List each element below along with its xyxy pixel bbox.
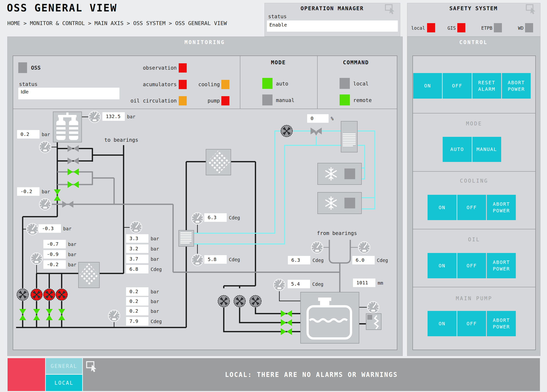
breadcrumb: HOME > MONITOR & CONTROL > MAIN AXIS > O… xyxy=(7,20,239,27)
value-acc-low: -0.2bar xyxy=(17,187,50,196)
value-oil-p1: 3.3bar xyxy=(126,234,159,243)
main-pump-on-button[interactable]: ON xyxy=(428,311,457,336)
value-acc-pressure: 132.5bar xyxy=(102,112,135,121)
command-label-local: local xyxy=(353,81,369,87)
command-label-remote: remote xyxy=(353,97,372,103)
value-ret-p1: 0.2bar xyxy=(126,287,159,296)
safety-indicator-wd xyxy=(525,23,533,32)
tab-local[interactable]: LOCAL xyxy=(46,375,82,391)
status-divider-1 xyxy=(240,56,240,109)
value-cool-supply-temp: 6.3Cdeg xyxy=(204,213,240,222)
control-oil-title: OIL xyxy=(412,237,536,243)
safety-label-etpb: ETPB xyxy=(479,25,492,31)
command-indicator-local xyxy=(340,78,350,89)
value-pump-p2: -0.9bar xyxy=(43,250,76,259)
oss-status-field: Idle xyxy=(18,88,119,99)
main-pump-abort-power-button[interactable]: ABORT POWER xyxy=(487,311,516,336)
indicator-acumulators xyxy=(179,80,187,89)
safety-indicator-local xyxy=(427,23,435,32)
reset-alarm-button[interactable]: RESET ALARM xyxy=(472,73,501,99)
value-ret-p2: 0.2bar xyxy=(126,297,159,306)
oss-label: OSS xyxy=(31,65,41,71)
indicator-cooling xyxy=(221,80,229,89)
control-cooling-buttons: ON OFF ABORT POWER xyxy=(428,195,516,220)
open-window-cursor-icon[interactable] xyxy=(385,4,396,15)
value-cool-return-temp: 5.8Cdeg xyxy=(204,255,240,264)
status-divider-2 xyxy=(317,56,318,109)
mode-label-manual: manual xyxy=(276,97,294,103)
value-acc-top: 0.2bar xyxy=(17,130,50,139)
control-power-buttons: ON OFF RESET ALARM ABORT POWER xyxy=(413,73,531,99)
value-cool-valve: 0% xyxy=(307,114,333,123)
value-tank-temp: 5.4Cdeg xyxy=(288,280,323,288)
on-button[interactable]: ON xyxy=(413,73,442,99)
indicator-label-pump: pump xyxy=(193,98,220,104)
cooling-off-button[interactable]: OFF xyxy=(457,195,486,220)
oss-general-view-screen: OSS GENERAL VIEW HOME > MONITOR & CONTRO… xyxy=(0,0,547,392)
mode-title: MODE xyxy=(254,59,303,65)
control-cooling-title: COOLING xyxy=(412,178,536,184)
control-mode-title: MODE xyxy=(412,121,536,127)
auto-button[interactable]: AUTO xyxy=(443,137,472,162)
to-bearings-label: to bearings xyxy=(104,137,138,143)
tab-general[interactable]: GENERAL xyxy=(46,358,82,374)
command-title: COMMAND xyxy=(332,59,380,65)
safety-indicator-etpb xyxy=(494,23,502,32)
control-title: CONTROL xyxy=(407,39,540,45)
monitoring-title: MONITORING xyxy=(7,39,402,45)
value-tank-level: 1011mm xyxy=(353,279,383,287)
control-oil-buttons: ON OFF ABORT POWER xyxy=(428,253,516,278)
from-bearings-label: from bearings xyxy=(317,230,357,236)
main-pump-off-button[interactable]: OFF xyxy=(457,311,486,336)
oil-off-button[interactable]: OFF xyxy=(457,253,486,278)
safety-indicator-gis xyxy=(457,23,465,32)
command-indicator-remote xyxy=(340,94,350,105)
indicator-oil-circulation xyxy=(179,96,187,105)
control-divider xyxy=(413,171,535,172)
manual-button[interactable]: MANUAL xyxy=(472,137,501,162)
om-status-label: status xyxy=(268,14,287,19)
indicator-label-cooling: cooling xyxy=(193,82,220,87)
control-divider xyxy=(413,287,535,287)
indicator-observation xyxy=(179,63,187,73)
oil-abort-power-button[interactable]: ABORT POWER xyxy=(487,253,516,278)
oss-status-label: status xyxy=(19,81,38,87)
cooling-on-button[interactable]: ON xyxy=(428,195,457,220)
status-divider-3 xyxy=(13,109,397,109)
value-bearing-t1: 6.3Cdeg xyxy=(288,256,324,264)
alarm-message: LOCAL: THERE ARE NO ALARMS OR WARNINGS xyxy=(83,358,540,391)
mode-indicator-manual xyxy=(262,94,273,105)
safety-label-wd: WD xyxy=(515,25,524,31)
abort-power-button[interactable]: ABORT POWER xyxy=(502,73,531,99)
control-mode-buttons: AUTO MANUAL xyxy=(443,137,501,162)
off-button[interactable]: OFF xyxy=(443,73,471,99)
value-suction: -0.3bar xyxy=(39,224,71,233)
value-oil-temp: 6.8Cdeg xyxy=(126,265,162,273)
control-divider xyxy=(413,229,535,229)
oss-status-square xyxy=(18,62,27,73)
value-ret-temp: 7.9Cdeg xyxy=(126,317,162,326)
control-main-pump-buttons: ON OFF ABORT POWER xyxy=(428,311,516,336)
om-status-field: Enable xyxy=(267,20,398,32)
value-oil-p2: 3.2bar xyxy=(126,244,159,253)
indicator-pump xyxy=(221,96,229,105)
indicator-label-observation: observation xyxy=(123,65,177,71)
control-divider xyxy=(413,113,535,113)
page-title: OSS GENERAL VIEW xyxy=(7,2,117,14)
value-oil-p3: 3.7bar xyxy=(126,255,159,263)
safety-label-local: local xyxy=(410,25,425,31)
value-ret-p3: 0.2bar xyxy=(126,307,159,315)
operation-manager-title: OPERATION MANAGER xyxy=(264,5,400,11)
oil-on-button[interactable]: ON xyxy=(428,253,457,278)
mode-label-auto: auto xyxy=(276,81,288,87)
value-bearing-t2: 6.0Cdeg xyxy=(352,256,388,264)
safety-label-gis: GIS xyxy=(446,25,456,31)
safety-system-title: SAFETY SYSTEM xyxy=(407,5,540,11)
alarm-color-block xyxy=(8,358,45,391)
value-pump-p3: -0.2bar xyxy=(43,260,76,269)
cooling-abort-power-button[interactable]: ABORT POWER xyxy=(487,195,516,220)
indicator-label-oil-circulation: oil circulation xyxy=(112,98,177,104)
indicator-label-acumulators: acumulators xyxy=(123,82,177,87)
open-window-cursor-icon[interactable] xyxy=(526,4,537,15)
control-main-pump-title: MAIN PUMP xyxy=(412,296,536,301)
